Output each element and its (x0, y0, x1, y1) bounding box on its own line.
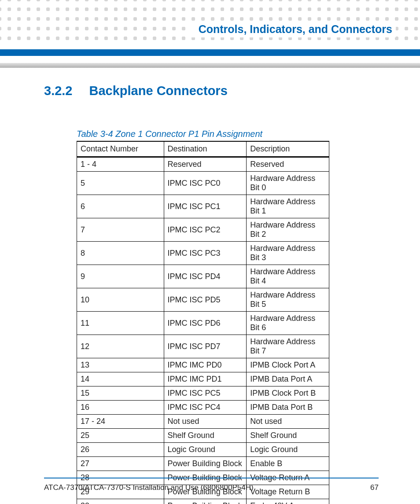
table-caption: Table 3-4 Zone 1 Connector P1 Pin Assign… (77, 129, 379, 139)
table-cell: 25 (77, 429, 164, 443)
col-destination: Destination (164, 141, 247, 157)
table-cell: IPMC IMC PD1 (164, 372, 247, 386)
table-cell: 16 (77, 401, 164, 415)
table-cell: Hardware Address Bit 3 (247, 242, 329, 265)
table-cell: Not used (164, 415, 247, 429)
table-row: 16IPMC ISC PC4IPMB Data Port B (77, 401, 329, 415)
table-cell: Logic Ground (164, 443, 247, 457)
table-cell: IPMC ISC PD5 (164, 288, 247, 312)
table-cell: IPMC ISC PD7 (164, 335, 247, 358)
table-row: 7IPMC ISC PC2Hardware Address Bit 2 (77, 218, 329, 242)
col-description: Description (247, 141, 329, 157)
table-cell: 11 (77, 312, 164, 335)
section-title: Backplane Connectors (89, 84, 228, 98)
table-cell: 6 (77, 195, 164, 218)
table-cell: Not used (247, 415, 329, 429)
table-row: 6IPMC ISC PC1Hardware Address Bit 1 (77, 195, 329, 218)
table-row: 25Shelf GroundShelf Ground (77, 429, 329, 443)
table-cell: Shelf Ground (164, 429, 247, 443)
table-cell: Shelf Ground (247, 429, 329, 443)
table-cell: Hardware Address Bit 0 (247, 172, 329, 195)
table-cell: IPMB Data Port B (247, 401, 329, 415)
page-content: 3.2.2Backplane Connectors Table 3-4 Zone… (44, 84, 379, 504)
table-cell: IPMC ISC PC5 (164, 386, 247, 401)
table-cell: 9 (77, 265, 164, 288)
table-row: 13IPMC IMC PD0IPMB Clock Port A (77, 358, 329, 372)
table-cell: Hardware Address Bit 5 (247, 288, 329, 312)
table-cell: 14 (77, 372, 164, 386)
table-row: 12IPMC ISC PD7Hardware Address Bit 7 (77, 335, 329, 358)
table-row: 5IPMC ISC PC0Hardware Address Bit 0 (77, 172, 329, 195)
table-cell: Hardware Address Bit 4 (247, 265, 329, 288)
table-row: 9IPMC ISC PD4Hardware Address Bit 4 (77, 265, 329, 288)
header-blue-bar (0, 49, 420, 56)
table-cell: 15 (77, 386, 164, 401)
table-cell: 5 (77, 172, 164, 195)
table-cell: Logic Ground (247, 443, 329, 457)
header-gray-bar (0, 63, 420, 68)
page-footer: ATCA-7370/ATCA-7370-S Installation and U… (44, 483, 379, 492)
table-cell: 10 (77, 288, 164, 312)
table-row: 27Power Building BlockEnable B (77, 457, 329, 471)
table-row: 8IPMC ISC PC3Hardware Address Bit 3 (77, 242, 329, 265)
table-cell: IPMB Clock Port B (247, 386, 329, 401)
table-cell: IPMC ISC PC4 (164, 401, 247, 415)
table-cell: IPMC IMC PD0 (164, 358, 247, 372)
table-cell: Enable B (247, 457, 329, 471)
table-cell: Reserved (164, 157, 247, 172)
footer-doc-id: ATCA-7370/ATCA-7370-S Installation and U… (44, 483, 254, 492)
table-cell: Hardware Address Bit 6 (247, 312, 329, 335)
table-cell: IPMC ISC PC0 (164, 172, 247, 195)
table-row: 11IPMC ISC PD6Hardware Address Bit 6 (77, 312, 329, 335)
footer-rule (44, 478, 379, 478)
table-header-row: Contact Number Destination Description (77, 141, 329, 157)
table-cell: 30 (77, 499, 164, 504)
table-row: 30Power Building BlockEarly -48V A (77, 499, 329, 504)
table-cell: IPMC ISC PD6 (164, 312, 247, 335)
table-cell: IPMC ISC PC3 (164, 242, 247, 265)
table-cell: IPMB Clock Port A (247, 358, 329, 372)
table-cell: IPMC ISC PC1 (164, 195, 247, 218)
table-row: 26Logic GroundLogic Ground (77, 443, 329, 457)
col-contact-number: Contact Number (77, 141, 164, 157)
table-cell: Hardware Address Bit 7 (247, 335, 329, 358)
table-cell: Early -48V A (247, 499, 329, 504)
table-cell: 27 (77, 457, 164, 471)
footer-page-number: 67 (370, 483, 379, 492)
table-row: 14IPMC IMC PD1IPMB Data Port A (77, 372, 329, 386)
table-row: 17 - 24Not usedNot used (77, 415, 329, 429)
table-row: 15IPMC ISC PC5IPMB Clock Port B (77, 386, 329, 401)
header-title-box: Controls, Indicators, and Connectors (191, 21, 396, 37)
table-row: 1 - 4ReservedReserved (77, 157, 329, 172)
table-cell: Power Building Block (164, 499, 247, 504)
table-cell: Reserved (247, 157, 329, 172)
table-cell: 26 (77, 443, 164, 457)
table-cell: IPMC ISC PD4 (164, 265, 247, 288)
table-row: 10IPMC ISC PD5Hardware Address Bit 5 (77, 288, 329, 312)
table-cell: 1 - 4 (77, 157, 164, 172)
table-cell: 8 (77, 242, 164, 265)
section-heading: 3.2.2Backplane Connectors (44, 84, 379, 98)
table-cell: 17 - 24 (77, 415, 164, 429)
table-cell: Power Building Block (164, 457, 247, 471)
table-cell: IPMC ISC PC2 (164, 218, 247, 242)
table-cell: Hardware Address Bit 2 (247, 218, 329, 242)
header-title: Controls, Indicators, and Connectors (199, 23, 392, 35)
section-number: 3.2.2 (44, 84, 73, 98)
table-cell: IPMB Data Port A (247, 372, 329, 386)
pin-assignment-table: Contact Number Destination Description 1… (77, 141, 329, 504)
table-cell: 13 (77, 358, 164, 372)
table-cell: 7 (77, 218, 164, 242)
table-cell: 12 (77, 335, 164, 358)
table-cell: Hardware Address Bit 1 (247, 195, 329, 218)
